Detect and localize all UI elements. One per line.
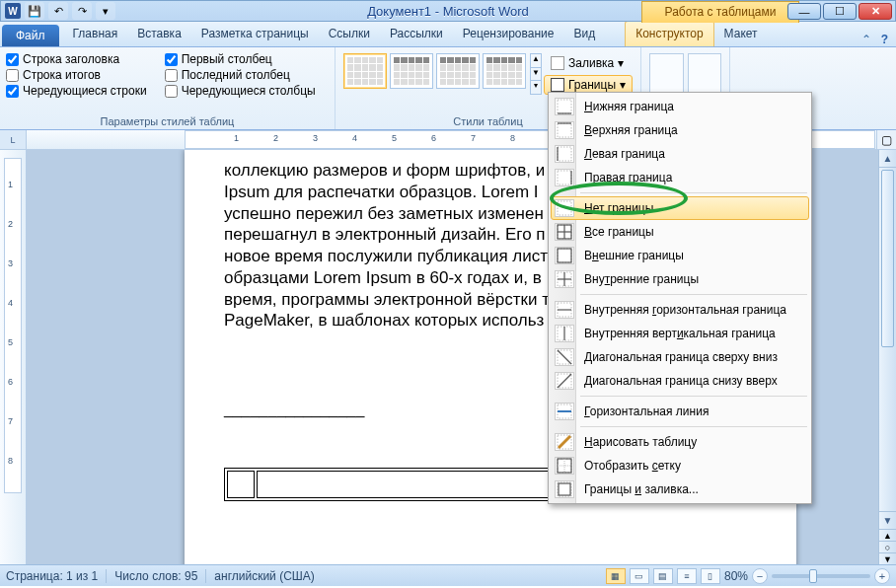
word-count[interactable]: Число слов: 95 bbox=[114, 569, 197, 583]
help-icon[interactable]: ? bbox=[881, 33, 888, 46]
check-header-row[interactable]: Строка заголовка bbox=[6, 51, 147, 67]
border-menu-bottom[interactable]: Нижняя граница bbox=[551, 95, 809, 118]
border-right-icon bbox=[555, 169, 574, 186]
menu-item-label: Горизонтальная линия bbox=[584, 404, 709, 418]
zoom-level[interactable]: 80% bbox=[724, 569, 748, 583]
border-outside-icon bbox=[555, 247, 574, 264]
border-menu-ihoriz[interactable]: Внутренняя горизонтальная граница bbox=[551, 298, 809, 322]
ruler-toggle-button[interactable]: ▢ bbox=[876, 130, 896, 149]
zoom-slider-thumb[interactable] bbox=[809, 569, 817, 583]
ribbon-tabs: Файл Главная Вставка Разметка страницы С… bbox=[0, 22, 896, 47]
menu-item-label: Внутренняя вертикальная граница bbox=[584, 327, 776, 340]
border-menu-outside[interactable]: Внешние границы bbox=[551, 244, 809, 267]
border-menu-inside[interactable]: Внутренние границы bbox=[551, 267, 809, 291]
web-layout-view-button[interactable]: ▤ bbox=[653, 568, 673, 584]
tab-mailings[interactable]: Рассылки bbox=[380, 22, 453, 46]
border-menu-diagup[interactable]: Диагональная граница снизу вверх bbox=[551, 369, 809, 393]
border-menu-right[interactable]: Правая граница bbox=[551, 166, 809, 189]
menu-item-label: Верхняя граница bbox=[584, 123, 678, 137]
table-style-options-group: Строка заголовка Строка итогов Чередующи… bbox=[0, 47, 336, 129]
border-ihoriz-icon bbox=[555, 301, 574, 319]
table-style-thumb[interactable] bbox=[483, 53, 526, 89]
menu-item-label: Внутренние границы bbox=[584, 272, 699, 286]
outline-view-button[interactable]: ≡ bbox=[677, 568, 697, 584]
check-first-col[interactable]: Первый столбец bbox=[165, 51, 316, 67]
draft-view-button[interactable]: ▯ bbox=[701, 568, 720, 584]
word-icon: W bbox=[5, 3, 21, 19]
tab-design[interactable]: Конструктор bbox=[625, 21, 713, 46]
shading-button[interactable]: Заливка▾ bbox=[544, 53, 633, 73]
gallery-down-button[interactable]: ▼ bbox=[531, 68, 541, 82]
table-style-gallery[interactable] bbox=[341, 51, 528, 97]
border-diagdown-icon bbox=[555, 348, 574, 366]
border-menu-grid[interactable]: Отобразить сетку bbox=[551, 454, 809, 478]
qat-customize-button[interactable]: ▾ bbox=[96, 2, 115, 20]
gallery-up-button[interactable]: ▲ bbox=[531, 54, 541, 68]
ruler-corner[interactable]: L bbox=[0, 130, 27, 149]
svg-rect-14 bbox=[558, 249, 571, 262]
borders-swatch-icon bbox=[551, 78, 564, 92]
tab-home[interactable]: Главная bbox=[63, 22, 128, 46]
border-dialog-icon bbox=[555, 480, 574, 498]
tab-layout[interactable]: Макет bbox=[714, 22, 768, 46]
gallery-more-button[interactable]: ▾ bbox=[531, 81, 541, 94]
border-menu-draw[interactable]: Нарисовать таблицу bbox=[551, 430, 809, 454]
scroll-thumb[interactable] bbox=[881, 170, 894, 347]
scroll-up-button[interactable]: ▲ bbox=[879, 150, 896, 168]
vertical-scrollbar[interactable]: ▲ ▼ ▲○▼ bbox=[878, 150, 896, 564]
maximize-button[interactable]: ☐ bbox=[823, 3, 857, 20]
menu-item-label: Границы и заливка... bbox=[584, 482, 699, 496]
tab-pagelayout[interactable]: Разметка страницы bbox=[191, 22, 319, 46]
border-menu-top[interactable]: Верхняя граница bbox=[551, 118, 809, 142]
tab-references[interactable]: Ссылки bbox=[319, 22, 380, 46]
svg-rect-2 bbox=[558, 123, 571, 137]
check-last-col[interactable]: Последний столбец bbox=[165, 67, 316, 83]
table-style-thumb[interactable] bbox=[343, 53, 387, 89]
page-indicator[interactable]: Страница: 1 из 1 bbox=[6, 569, 98, 583]
table-style-thumb[interactable] bbox=[390, 53, 433, 89]
border-menu-dialog[interactable]: Границы и заливка... bbox=[551, 478, 809, 501]
vertical-ruler[interactable]: 12345678 bbox=[0, 150, 27, 564]
border-bottom-icon bbox=[555, 98, 574, 115]
menu-item-label: Левая граница bbox=[584, 147, 665, 161]
minimize-button[interactable]: — bbox=[787, 3, 821, 20]
file-tab[interactable]: Файл bbox=[2, 25, 59, 46]
border-menu-hline[interactable]: Горизонтальная линия bbox=[551, 400, 809, 423]
border-menu-all[interactable]: Все границы bbox=[551, 220, 809, 244]
scroll-down-button[interactable]: ▼ bbox=[879, 511, 896, 529]
redo-button[interactable]: ↷ bbox=[72, 2, 92, 20]
close-button[interactable]: ✕ bbox=[859, 3, 892, 20]
zoom-in-button[interactable]: + bbox=[874, 568, 890, 584]
border-menu-ivert[interactable]: Внутренняя вертикальная граница bbox=[551, 322, 809, 345]
tab-review[interactable]: Рецензирование bbox=[453, 22, 564, 46]
tab-insert[interactable]: Вставка bbox=[127, 22, 191, 46]
border-menu-none[interactable]: Нет границы bbox=[551, 196, 809, 220]
zoom-slider[interactable] bbox=[772, 574, 870, 578]
save-button[interactable]: 💾 bbox=[25, 2, 44, 20]
check-banded-rows[interactable]: Чередующиеся строки bbox=[6, 83, 147, 99]
print-layout-view-button[interactable]: ▦ bbox=[606, 568, 626, 584]
shading-swatch-icon bbox=[551, 56, 564, 70]
svg-rect-34 bbox=[559, 483, 570, 495]
group-label: Параметры стилей таблиц bbox=[0, 115, 335, 127]
check-total-row[interactable]: Строка итогов bbox=[6, 67, 147, 83]
check-banded-cols[interactable]: Чередующиеся столбцы bbox=[165, 83, 316, 99]
tab-view[interactable]: Вид bbox=[563, 22, 605, 46]
border-menu-left[interactable]: Левая граница bbox=[551, 142, 809, 166]
browse-object-button[interactable]: ○ bbox=[879, 541, 896, 552]
contextual-tab-header: Работа с таблицами bbox=[641, 1, 799, 23]
undo-button[interactable]: ↶ bbox=[48, 2, 68, 20]
zoom-out-button[interactable]: − bbox=[752, 568, 768, 584]
prev-page-button[interactable]: ▲ bbox=[879, 529, 896, 541]
svg-rect-33 bbox=[558, 482, 571, 496]
border-menu-diagdown[interactable]: Диагональная граница сверху вниз bbox=[551, 345, 809, 369]
svg-line-23 bbox=[558, 350, 571, 364]
fullscreen-reading-view-button[interactable]: ▭ bbox=[630, 568, 649, 584]
language-indicator[interactable]: английский (США) bbox=[214, 569, 314, 583]
svg-line-25 bbox=[558, 374, 571, 388]
ribbon-minimize-icon[interactable]: ⌃ bbox=[861, 33, 871, 46]
next-page-button[interactable]: ▼ bbox=[879, 552, 896, 564]
border-draw-icon bbox=[555, 433, 574, 451]
table-style-thumb[interactable] bbox=[436, 53, 480, 89]
svg-rect-0 bbox=[558, 100, 571, 113]
